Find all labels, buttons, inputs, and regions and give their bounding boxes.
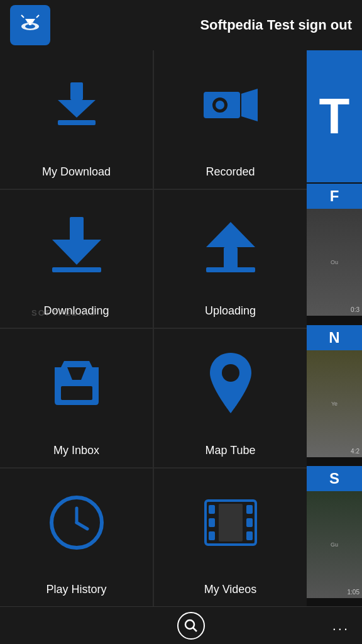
svg-marker-12	[241, 89, 258, 121]
svg-rect-26	[209, 518, 215, 527]
grid-item-my-inbox[interactable]: My Inbox	[0, 329, 153, 467]
svg-marker-3	[25, 19, 35, 23]
grid-item-downloading[interactable]: Downloading	[0, 190, 153, 328]
svg-rect-25	[209, 505, 215, 514]
sidebar-duration-2: 1:05	[348, 589, 359, 596]
svg-marker-7	[58, 100, 96, 118]
sidebar-item-s[interactable]: S Gu 1:05	[307, 465, 362, 606]
svg-line-5	[36, 15, 39, 18]
sidebar-thumb-gu: Gu	[331, 541, 338, 548]
upload-large-icon	[202, 190, 259, 299]
inbox-tray-icon	[48, 329, 105, 438]
grid-item-my-download[interactable]: My Download	[0, 50, 153, 189]
grid-item-recorded[interactable]: Recorded	[154, 50, 307, 189]
film-strip-icon	[202, 469, 259, 577]
sidebar-letter-n: N	[329, 329, 339, 347]
bottom-bar: ...	[0, 606, 362, 644]
record-camera-icon	[202, 50, 259, 159]
my-download-label: My Download	[42, 165, 111, 179]
map-pin-icon	[209, 329, 253, 438]
svg-line-4	[21, 15, 24, 18]
svg-rect-31	[219, 504, 243, 541]
right-sidebar: T F Ou 0:3 N Ye 4:2 S	[307, 50, 362, 606]
download-large-icon	[48, 190, 105, 299]
svg-marker-14	[52, 240, 101, 265]
svg-rect-19	[61, 386, 92, 400]
clock-icon	[48, 469, 105, 577]
recorded-label: Recorded	[206, 165, 255, 179]
sidebar-thumb-ye: Ye	[331, 401, 337, 407]
svg-marker-16	[206, 222, 255, 247]
svg-point-20	[222, 364, 239, 382]
sidebar-thumb-ou: Ou	[331, 259, 338, 265]
app-header: Softpedia Test sign out	[0, 0, 362, 50]
sidebar-letter-f: F	[330, 187, 339, 205]
grid-item-uploading[interactable]: Uploading	[154, 190, 307, 328]
svg-rect-8	[58, 120, 96, 125]
svg-point-11	[216, 101, 224, 109]
main-area: My Download Recorded	[0, 50, 362, 606]
my-inbox-label: My Inbox	[53, 444, 99, 457]
sidebar-letter-s: S	[329, 470, 339, 487]
downloading-label: Downloading	[43, 304, 109, 318]
svg-rect-29	[246, 518, 253, 527]
grid-item-map-tube[interactable]: Map Tube	[154, 329, 307, 467]
svg-rect-27	[209, 531, 215, 540]
svg-line-33	[193, 628, 197, 631]
svg-rect-18	[206, 267, 255, 272]
my-videos-label: My Videos	[204, 583, 257, 596]
svg-line-23	[77, 523, 87, 529]
sidebar-duration-1: 4:2	[351, 448, 359, 455]
svg-rect-30	[246, 531, 253, 540]
uploading-label: Uploading	[205, 304, 256, 318]
download-small-icon	[52, 50, 102, 159]
svg-rect-6	[70, 82, 83, 100]
grid-container: My Download Recorded	[0, 50, 307, 606]
svg-rect-15	[52, 267, 101, 272]
play-history-label: Play History	[46, 583, 106, 596]
header-title: Softpedia Test sign out	[200, 17, 352, 33]
map-tube-label: Map Tube	[205, 444, 255, 457]
more-options-button[interactable]: ...	[332, 618, 349, 634]
grid-item-my-videos[interactable]: My Videos	[154, 469, 307, 607]
svg-point-32	[185, 620, 194, 629]
svg-rect-28	[246, 505, 253, 514]
sidebar-item-n[interactable]: N Ye 4:2	[307, 324, 362, 465]
grid-item-play-history[interactable]: Play History	[0, 469, 153, 607]
sidebar-top-item[interactable]: T	[307, 50, 362, 182]
svg-rect-13	[70, 217, 84, 241]
app-logo-icon	[10, 5, 50, 45]
sidebar-top-letter: T	[319, 87, 350, 145]
search-button[interactable]	[177, 612, 205, 640]
sidebar-duration-0: 0:3	[351, 306, 359, 313]
sidebar-item-f[interactable]: F Ou 0:3	[307, 182, 362, 324]
